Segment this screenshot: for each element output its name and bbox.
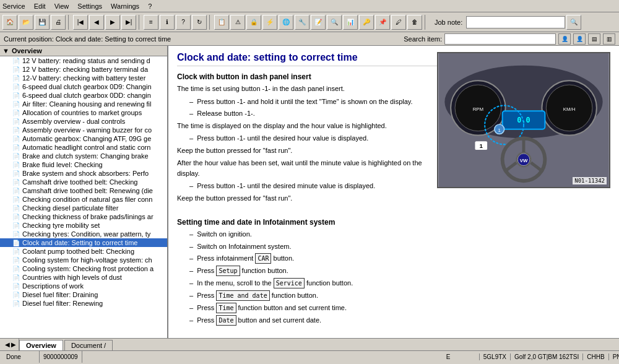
tb-img7-btn[interactable]: 📝 [311,15,326,30]
tree-item[interactable]: 📄Automatic gearbox: Changing ATF, 09G ge [0,134,167,143]
tree-item-icon: 📄 [12,266,20,272]
view-btn2[interactable]: ▥ [603,33,615,45]
tb-save-btn[interactable]: 💾 [35,15,50,30]
svg-text:RPM: RPM [473,106,483,112]
tab-arrow-left[interactable]: ◀ [5,341,10,348]
sep1 [68,15,71,30]
tb-img11-btn[interactable]: 📌 [375,15,390,30]
tree-item[interactable]: 📄Checking tyres: Condition, wear pattern… [0,230,167,238]
tab-overview[interactable]: Overview [19,340,63,350]
tree-item[interactable]: 📄Checking condition of natural gas filer… [0,195,167,204]
tree-item[interactable]: 📄12-V battery: checking with battery tes… [0,74,167,82]
search-prev-btn[interactable]: 👤 [573,33,586,45]
tb-img9-btn[interactable]: 📊 [343,15,358,30]
view-btn1[interactable]: ▤ [588,33,600,45]
tab-nav-arrows: ◀ ▶ [2,339,19,350]
menu-help[interactable]: ? [148,2,152,10]
tree-item[interactable]: 📄Automatic headlight control and static … [0,143,167,152]
tb-question-btn[interactable]: ? [176,15,191,30]
tree-item-icon: 📄 [12,240,20,246]
tree-item[interactable]: 📄Checking thickness of brake pads/lining… [0,212,167,221]
svg-text:KM/H: KM/H [563,106,576,112]
tree-item[interactable]: 📄Diesel fuel filter: Draining [0,290,167,299]
tb-nav-next-btn[interactable]: ▶ [105,15,120,30]
status-code: 9000000009 [40,351,82,363]
tab-arrow-right[interactable]: ▶ [11,341,16,348]
tab-document[interactable]: Document / [64,340,113,350]
tree-item-icon: 📄 [12,179,20,186]
svg-text:1: 1 [480,142,483,149]
sep4 [425,15,427,30]
tree-item[interactable]: 📄Allocation of countries to market group… [0,108,167,117]
tb-open-btn[interactable]: 📂 [19,15,33,30]
left-panel: ▼ Overview 📄12 V battery: reading status… [0,46,168,338]
job-note-input[interactable] [466,16,565,28]
tb-print-btn[interactable]: 🖨 [51,15,66,30]
time-date-box: Time and date [216,290,269,301]
tree-item[interactable]: 📄Brake fluid level: Checking [0,160,167,169]
menu-warnings[interactable]: Warnings [111,2,139,10]
tb-img4-btn[interactable]: ⚡ [262,15,277,30]
tree-item[interactable]: 📄Countries with high levels of dust [0,273,167,282]
tree-item[interactable]: 📄Cooling system: Checking frost protecti… [0,264,167,273]
tree-item[interactable]: 📄Camshaft drive toothed belt: Renewing (… [0,186,167,195]
tb-refresh-btn[interactable]: ↻ [192,15,207,30]
tree-item[interactable]: 📄Descriptions of work [0,282,167,290]
tb-img13-btn[interactable]: 🗑 [407,15,422,30]
tree-item-icon: 📄 [12,144,20,151]
tb-toc-btn[interactable]: ≡ [144,15,158,30]
tree-item[interactable]: 📄12 V battery: checking battery terminal… [0,65,167,74]
tree-item[interactable]: 📄Assembly overview - warning buzzer for … [0,126,167,134]
tb-home-btn[interactable]: 🏠 [2,15,17,30]
tree-collapse-icon[interactable]: ▼ [2,47,9,54]
menu-service[interactable]: Service [2,2,25,10]
tb-img5-btn[interactable]: 🌐 [279,15,293,30]
tb-jobnote-btn[interactable]: 🔍 [566,15,581,30]
tree-item[interactable]: 📄Checking diesel particulate filter [0,204,167,212]
tree-item-icon: 📄 [12,222,20,229]
search-go-btn[interactable]: 👤 [558,33,571,45]
tb-info-btn[interactable]: ℹ [160,15,175,30]
tb-nav-prev-btn[interactable]: ◀ [89,15,104,30]
tree-item[interactable]: 📄Clock and date: Setting to correct time [0,238,167,247]
tree-item[interactable]: 📄6-speed dual clutch gearbox 0D9: Changi… [0,82,167,91]
toolbar: 🏠 📂 💾 🖨 |◀ ◀ ▶ ▶| ≡ ℹ ? ↻ 📋 ⚠ 🔒 ⚡ 🌐 🔧 📝 … [0,12,619,32]
tb-img3-btn[interactable]: 🔒 [246,15,261,30]
status-chhb: CHHB [583,353,608,360]
tree-item-icon: 📄 [12,257,20,264]
tree-item[interactable]: 📄Brake and clutch system: Changing brake [0,152,167,160]
tb-img6-btn[interactable]: 🔧 [295,15,310,30]
tree-item-icon: 📄 [12,153,20,160]
tb-img10-btn[interactable]: 🔑 [359,15,374,30]
tree-item-icon: 📄 [12,214,20,220]
main-area: ▼ Overview 📄12 V battery: reading status… [0,46,619,338]
search-input[interactable] [444,33,556,45]
tree-item[interactable]: 📄Assembly overview - dual controls [0,117,167,126]
tree-item[interactable]: 📄6-speed dual clutch gearbox 0DD: changi… [0,91,167,100]
tree-item[interactable]: 📄Brake system and shock absorbers: Perfo [0,169,167,178]
tb-img8-btn[interactable]: 🔍 [327,15,342,30]
addr-bar: Current position: Clock and date: Settin… [0,32,619,46]
tree-item[interactable]: 📄Air filter: Cleaning housing and renewi… [0,100,167,108]
tb-nav-last-btn[interactable]: ▶| [121,15,136,30]
tb-img12-btn[interactable]: 🖊 [391,15,406,30]
section1-para5: Keep the button pressed for "fast run". [177,193,610,204]
tree-item[interactable]: 📄Coolant pump toothed belt: Checking [0,247,167,256]
section2-step1: – Switch on ignition. [189,229,610,240]
menu-edit[interactable]: Edit [34,2,46,10]
menu-settings[interactable]: Settings [77,2,102,10]
setup-box: Setup [216,266,240,276]
tb-img2-btn[interactable]: ⚠ [230,15,245,30]
tree-item-icon: 📄 [12,84,20,90]
tree-item[interactable]: 📄Diesel fuel filter: Renewing [0,299,167,308]
search-label: Search item: [404,35,442,43]
tb-img1-btn[interactable]: 📋 [214,15,229,30]
tb-nav-first-btn[interactable]: |◀ [73,15,88,30]
tree-item-icon: 📄 [12,127,20,134]
tree-header: ▼ Overview [0,46,167,56]
tree-item[interactable]: 📄Camshaft drive toothed belt: Checking [0,178,167,186]
tree-item[interactable]: 📄12 V battery: reading status and sendin… [0,56,167,65]
tree-item[interactable]: 📄Cooling system for high-voltage system:… [0,256,167,264]
menu-view[interactable]: View [54,2,69,10]
tree-item[interactable]: 📄Checking tyre mobility set [0,221,167,230]
